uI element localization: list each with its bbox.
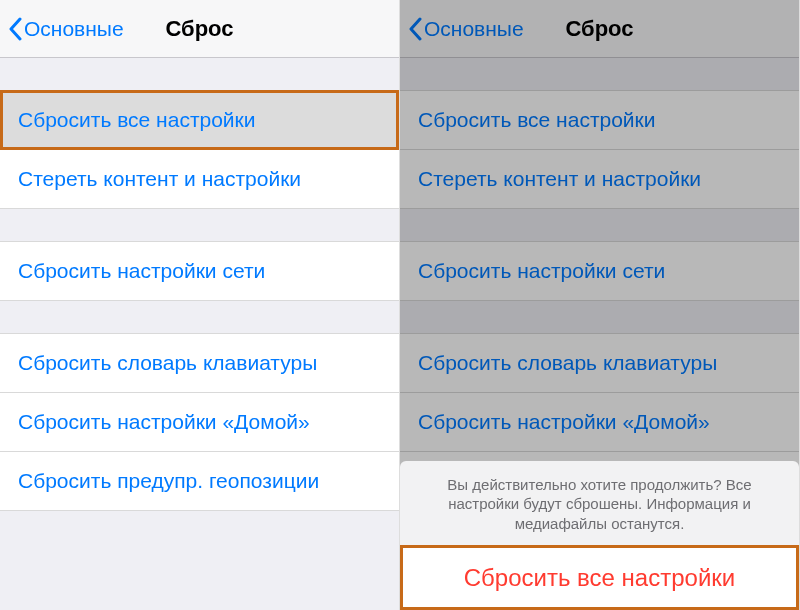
settings-content: Сбросить все настройки Стереть контент и… [0, 58, 399, 610]
back-label: Основные [424, 17, 524, 41]
reset-keyboard-dict-row[interactable]: Сбросить словарь клавиатуры [0, 333, 399, 393]
nav-header: Основные Сброс [0, 0, 399, 58]
page-title: Сброс [565, 16, 633, 42]
group-1: Сбросить все настройки Стереть контент и… [400, 90, 799, 209]
nav-header: Основные Сброс [400, 0, 799, 58]
reset-all-settings-row[interactable]: Сбросить все настройки [400, 90, 799, 150]
group-2: Сбросить настройки сети [0, 241, 399, 301]
chevron-left-icon [408, 17, 422, 41]
sheet-message: Вы действительно хотите продолжить? Все … [400, 461, 799, 546]
screen-left: Основные Сброс Сбросить все настройки Ст… [0, 0, 400, 610]
group-3: Сбросить словарь клавиатуры Сбросить нас… [0, 333, 399, 511]
sheet-confirm-button[interactable]: Сбросить все настройки [400, 545, 799, 610]
erase-content-row[interactable]: Стереть контент и настройки [0, 150, 399, 209]
erase-content-row[interactable]: Стереть контент и настройки [400, 150, 799, 209]
group-2: Сбросить настройки сети [400, 241, 799, 301]
back-button[interactable]: Основные [8, 17, 124, 41]
reset-all-settings-row[interactable]: Сбросить все настройки [0, 90, 399, 150]
reset-network-row[interactable]: Сбросить настройки сети [400, 241, 799, 301]
reset-network-row[interactable]: Сбросить настройки сети [0, 241, 399, 301]
screen-right: Основные Сброс Сбросить все настройки Ст… [400, 0, 800, 610]
page-title: Сброс [165, 16, 233, 42]
reset-home-row[interactable]: Сбросить настройки «Домой» [400, 393, 799, 452]
back-button[interactable]: Основные [408, 17, 524, 41]
chevron-left-icon [8, 17, 22, 41]
reset-location-row[interactable]: Сбросить предупр. геопозиции [0, 452, 399, 511]
reset-home-row[interactable]: Сбросить настройки «Домой» [0, 393, 399, 452]
reset-keyboard-dict-row[interactable]: Сбросить словарь клавиатуры [400, 333, 799, 393]
group-1: Сбросить все настройки Стереть контент и… [0, 90, 399, 209]
back-label: Основные [24, 17, 124, 41]
action-sheet: Вы действительно хотите продолжить? Все … [400, 461, 799, 611]
